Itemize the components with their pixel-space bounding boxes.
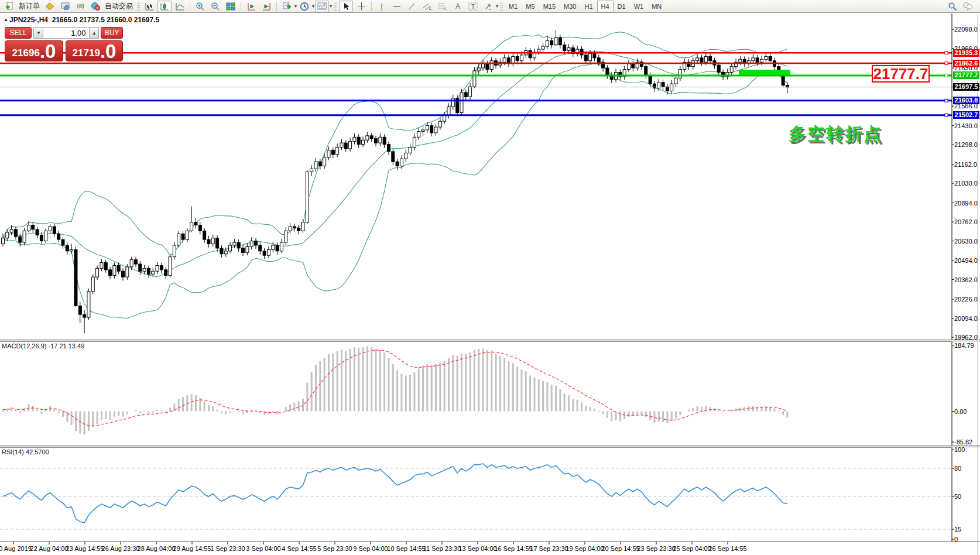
rsi-label: RSI(14) 42.5700 bbox=[2, 448, 49, 455]
symbol-name: JPN225-,H4 bbox=[9, 16, 48, 24]
date-label: 4 Sep 14:55 bbox=[282, 545, 316, 552]
date-label: 19 Sep 04:00 bbox=[566, 545, 604, 552]
chart-canvas[interactable] bbox=[0, 0, 980, 555]
one-click-collapse-arrow[interactable]: ▲ bbox=[4, 17, 8, 22]
price-tick-label: 20494.0 bbox=[954, 257, 979, 264]
price-tick-label: 20630.0 bbox=[954, 238, 979, 245]
buy-price-main: 21719 bbox=[73, 48, 100, 58]
date-label: 20 Aug 2019 bbox=[0, 545, 32, 552]
price-tick-label: 21030.0 bbox=[954, 180, 979, 187]
pane-separator-rsi[interactable] bbox=[0, 446, 980, 447]
date-label: 1 Sep 23:30 bbox=[210, 545, 245, 552]
date-label: 20 Sep 14:55 bbox=[601, 545, 639, 552]
date-label: 11 Sep 23:30 bbox=[423, 545, 461, 552]
price-tag: 21935.3 bbox=[953, 49, 979, 57]
price-callout-box[interactable]: 21777.7 bbox=[872, 65, 930, 83]
volume-up-button[interactable]: ▲ bbox=[89, 27, 99, 39]
date-label: 3 Sep 04:00 bbox=[246, 545, 280, 552]
date-label: 5 Sep 23:30 bbox=[317, 545, 352, 552]
sell-price-main: 21696 bbox=[12, 48, 40, 58]
date-label: 9 Sep 04:00 bbox=[353, 545, 388, 552]
volume-down-button[interactable]: ▼ bbox=[33, 27, 43, 39]
price-tag: 21502.7 bbox=[953, 111, 979, 119]
price-tick-label: 20362.0 bbox=[954, 276, 979, 283]
chinese-annotation: 多空转折点 bbox=[789, 122, 882, 146]
price-tick-label: 21162.0 bbox=[954, 161, 979, 168]
date-label: 23 Aug 14:55 bbox=[66, 545, 104, 552]
buy-price-box[interactable]: 21719.0 bbox=[66, 40, 123, 61]
rsi-line bbox=[3, 464, 787, 523]
price-tick-label: 21298.0 bbox=[954, 141, 979, 148]
buy-price-big: .0 bbox=[100, 43, 116, 60]
sell-button[interactable]: SELL bbox=[5, 27, 32, 39]
price-tick-label: 20226.0 bbox=[954, 296, 979, 303]
symbol-ohlc: 21665.0 21737.5 21660.0 21697.5 bbox=[52, 16, 160, 24]
date-label: 10 Sep 14:55 bbox=[387, 545, 425, 552]
sell-price-big: .0 bbox=[40, 43, 56, 60]
rsi-axis-label: 0 bbox=[954, 536, 979, 543]
rsi-axis-label: 15 bbox=[954, 526, 979, 533]
buy-button[interactable]: BUY bbox=[101, 27, 123, 39]
date-label: 26 Sep 14:55 bbox=[708, 545, 746, 552]
date-label: 26 Aug 23:30 bbox=[102, 545, 140, 552]
macd-axis-label: 184.79 bbox=[954, 342, 979, 349]
price-tick-label: 20894.0 bbox=[954, 200, 979, 207]
macd-signal-line bbox=[3, 350, 787, 426]
volume-input[interactable]: 1.00 bbox=[43, 27, 89, 39]
price-tick-label: 21430.0 bbox=[954, 122, 979, 129]
date-label: 25 Sep 04:00 bbox=[673, 545, 711, 552]
one-click-trading-panel: SELL ▼ 1.00 ▲ BUY 21696.0 21719.0 bbox=[5, 27, 123, 61]
date-label: 13 Sep 04:00 bbox=[458, 545, 496, 552]
symbol-header: JPN225-,H4 21665.0 21737.5 21660.0 21697… bbox=[9, 16, 159, 24]
price-tick-label: 22098.0 bbox=[954, 26, 979, 33]
price-tag: 21777.7 bbox=[953, 71, 979, 79]
date-label: 22 Aug 04:00 bbox=[30, 545, 68, 552]
macd-label: MACD(12,26,9) -17.21 13.49 bbox=[2, 342, 84, 350]
date-label: 28 Aug 04:00 bbox=[138, 545, 176, 552]
rsi-axis-label: 100 bbox=[954, 446, 979, 453]
sell-price-box[interactable]: 21696.0 bbox=[5, 40, 63, 61]
rsi-axis-label: 50 bbox=[954, 493, 979, 500]
macd-axis-label: -85.82 bbox=[954, 438, 979, 446]
price-tick-label: 20094.0 bbox=[954, 315, 979, 322]
price-tag: 21697.5 bbox=[953, 83, 979, 91]
date-label: 23 Sep 23:30 bbox=[637, 545, 675, 552]
date-label: 29 Aug 14:55 bbox=[173, 545, 211, 552]
pane-separator-macd[interactable] bbox=[0, 340, 980, 341]
macd-axis-label: 0.00 bbox=[954, 408, 979, 415]
date-label: 17 Sep 23:30 bbox=[530, 545, 568, 552]
price-tag: 21603.8 bbox=[953, 97, 979, 104]
date-label: 16 Sep 14:55 bbox=[494, 545, 532, 552]
rsi-axis-label: 80 bbox=[954, 465, 979, 472]
price-tick-label: 19962.0 bbox=[954, 334, 979, 341]
price-tick-label: 20762.0 bbox=[954, 218, 979, 225]
price-tag: 21862.6 bbox=[953, 60, 979, 67]
